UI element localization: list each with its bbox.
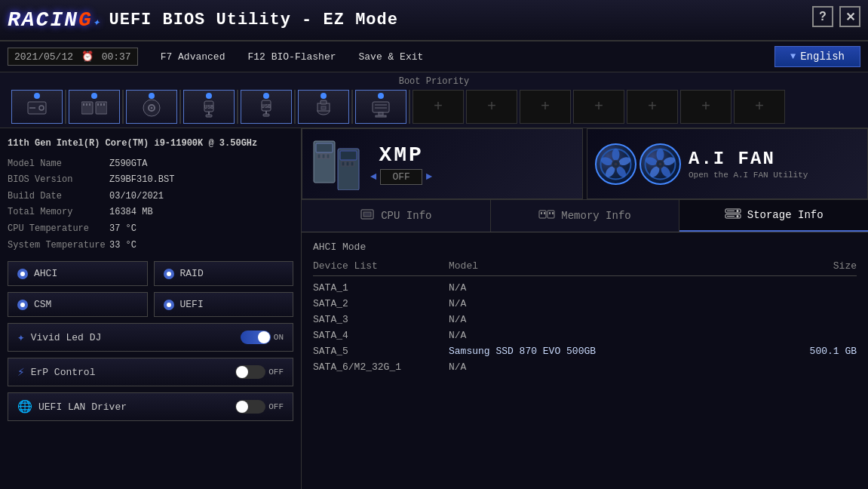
uefi-button[interactable]: UEFI [154,292,294,317]
storage-row-sata5: SATA_5 Samsung SSD 870 EVO 500GB 500.1 G… [313,343,857,359]
boot-empty-2[interactable]: + [466,90,517,124]
boot-empty-6[interactable]: + [680,90,732,124]
svg-point-66 [736,215,738,217]
uefi-lan-button[interactable]: 🌐 UEFI LAN Driver OFF [8,392,293,421]
sata1-model: N/A [449,282,781,294]
xmp-right-arrow[interactable]: ► [426,171,432,183]
storage-content: AHCI Mode Device List Model Size SATA_1 … [302,232,868,489]
storage-row-sata1: SATA_1 N/A [313,280,857,296]
col-device-header: Device List [313,260,449,272]
svg-point-46 [615,162,618,165]
left-panel: 11th Gen Intel(R) Core(TM) i9-11900K @ 3… [0,128,302,489]
svg-point-54 [659,162,662,165]
xmp-panel[interactable]: XMP ◄ OFF ► [302,128,583,199]
sys-temp-row: System Temperature 33 °C [8,238,293,254]
bios-row: BIOS Version Z59BF310.BST [8,172,293,189]
vivid-led-toggle[interactable]: ON [241,331,284,344]
uefi-lan-row: 🌐 UEFI LAN Driver OFF [8,392,293,421]
storage-row-sata3: SATA_3 N/A [313,312,857,328]
vivid-led-track [241,331,271,344]
boot-separator [294,90,296,124]
time-display: 00:37 [102,51,131,63]
svg-rect-5 [86,103,87,106]
svg-rect-25 [379,112,383,115]
boot-item-dvd[interactable] [126,90,177,124]
sub-header: 2021/05/12 ⏰ 00:37 F7 Advanced F12 BIO-F… [0,42,868,72]
csm-label: CSM [34,299,51,310]
sys-temp-value: 33 °C [109,238,136,254]
f7-advanced-button[interactable]: F7 Advanced [161,51,225,63]
raid-button[interactable]: RAID [154,261,294,286]
memory-info-tab[interactable]: Memory Info [491,200,680,232]
uefi-label: UEFI [180,299,204,310]
boot-empty-3[interactable]: + [520,90,571,124]
sata1-device: SATA_1 [313,282,449,294]
svg-rect-6 [89,103,90,106]
boot-item-ram[interactable] [69,90,120,124]
left-controls: AHCI RAID CSM UEFI [8,261,293,421]
info-tabs: CPU Info Memory Info Storage Info [302,200,868,232]
boot-item-usb3[interactable] [298,90,349,124]
svg-rect-32 [322,154,325,158]
csm-button[interactable]: CSM [8,292,148,317]
svg-rect-30 [316,143,333,152]
boot-active-indicator [321,93,327,99]
ahci-label: AHCI [34,268,57,279]
help-button[interactable]: ? [812,6,833,27]
fan-panel[interactable]: A.I FAN Open the A.I FAN Utility [587,128,868,199]
memory-label: Total Memory [8,205,106,221]
model-row: Model Name Z590GTA [8,156,293,173]
svg-point-48 [657,149,664,161]
boot-empty-1[interactable]: + [413,90,464,124]
ai-fan-subtitle: Open the A.I FAN Utility [689,171,808,180]
erp-icon: ⚡ [17,364,25,380]
ram-sticks-visual [310,137,363,190]
xmp-controls[interactable]: ◄ OFF ► [370,169,432,185]
sata6-device: SATA_6/M2_32G_1 [313,361,449,373]
cpu-info-tab[interactable]: CPU Info [302,200,491,232]
svg-rect-60 [544,212,545,214]
boot-empty-7[interactable]: + [734,90,785,124]
close-button[interactable]: ✕ [839,6,860,27]
boot-item-usb2[interactable]: USB [241,90,292,124]
f12-flasher-button[interactable]: F12 BIO-Flasher [247,51,336,63]
language-selector[interactable]: ▼ English [774,46,860,67]
boot-separator [237,90,238,124]
save-exit-button[interactable]: Save & Exit [359,51,424,63]
vivid-led-button[interactable]: ✦ Vivid Led DJ ON [8,323,293,352]
sata2-model: N/A [449,298,781,309]
ai-fan-title: A.I FAN [689,149,808,169]
boot-empty-4[interactable]: + [573,90,624,124]
sata3-device: SATA_3 [313,314,449,325]
ahci-raid-row: AHCI RAID [8,261,293,286]
ahci-button[interactable]: AHCI [8,261,148,286]
hdd-icon [26,97,48,123]
boot-item-usb1[interactable]: USB [183,90,235,124]
sata5-model: Samsung SSD 870 EVO 500GB [449,346,781,357]
sata4-model: N/A [449,330,781,341]
sata4-device: SATA_4 [313,330,449,341]
memory-tab-icon [538,208,555,223]
svg-rect-36 [342,161,345,166]
uefi-lan-toggle[interactable]: OFF [235,400,284,414]
svg-rect-38 [351,161,354,166]
boot-item-network[interactable] [355,90,406,124]
svg-rect-8 [97,103,99,106]
svg-rect-26 [376,115,386,117]
xmp-text-area: XMP ◄ OFF ► [370,143,432,185]
boot-empty-5[interactable]: + [627,90,678,124]
boot-item-hdd[interactable] [11,90,63,124]
boot-separator [65,90,66,124]
boot-priority-row: USB USB + + + [8,90,860,124]
storage-info-tab[interactable]: Storage Info [679,200,868,232]
cpu-temp-value: 37 °C [109,221,136,238]
svg-point-40 [612,149,620,161]
feature-panels: XMP ◄ OFF ► [302,128,868,200]
erp-button[interactable]: ⚡ ErP Control OFF [8,358,293,386]
storage-table: Device List Model Size SATA_1 N/A SATA_2… [313,260,857,375]
boot-priority-section: Boot Priority U [0,72,868,128]
erp-toggle[interactable]: OFF [235,365,284,379]
xmp-left-arrow[interactable]: ◄ [370,171,376,183]
xmp-title: XMP [370,143,432,167]
boot-active-indicator [206,93,212,99]
